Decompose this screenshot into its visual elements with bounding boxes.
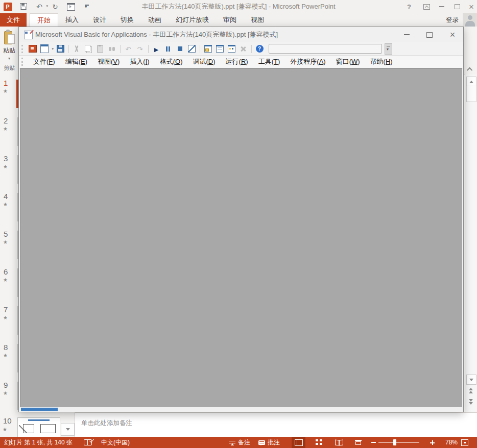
undo-icon[interactable] [124,44,133,54]
paste-button[interactable]: 粘贴 [0,28,18,61]
zoom-out-icon[interactable] [371,442,376,443]
run-icon[interactable] [152,44,161,54]
toolbar-status-field[interactable] [269,44,382,54]
slide-counter[interactable]: 幻灯片 第 1 张, 共 140 张 [4,437,73,448]
vba-menu-item[interactable]: 插入(I) [125,57,154,66]
toolbar-overflow-icon[interactable] [385,43,392,55]
vba-menu-item[interactable]: 帮助(H) [365,57,398,66]
vba-menu-item[interactable]: 文件(F) [28,57,60,66]
toolbar-separator[interactable] [200,45,200,53]
project-explorer-icon[interactable] [203,44,212,54]
vba-menu-item[interactable]: 窗口(W) [331,57,365,66]
slide-thumbnail-row[interactable]: 5 [0,226,18,263]
menubar-grip[interactable] [21,58,25,66]
paste-icon[interactable] [96,44,105,54]
vba-close-icon[interactable]: × [445,29,460,40]
slide-thumbnail-row[interactable]: 8 [0,339,18,377]
slide-thumbnail-row[interactable]: 1 [0,74,18,112]
vba-maximize-icon[interactable] [422,29,437,40]
toolbar-separator[interactable] [120,45,121,53]
toolbar-grip[interactable] [21,45,25,53]
scroll-down-icon[interactable] [466,375,476,385]
slide-thumbnail-row[interactable]: 4 [0,188,18,226]
break-icon[interactable] [163,44,173,54]
save-icon[interactable] [56,44,65,54]
main-scrollbar[interactable] [465,74,477,412]
ribbon-tab[interactable]: 设计 [86,13,113,27]
redo-icon[interactable] [135,44,145,54]
slide-thumbnail-row[interactable]: 6 [0,263,18,301]
zoom-slider-track[interactable] [378,442,419,443]
comments-toggle-button[interactable]: 批注 [258,437,280,448]
save-icon[interactable] [19,2,28,11]
slide-thumbnail-row[interactable]: 3 [0,150,18,188]
slideshow-view-button[interactable] [351,437,365,448]
view-powerpoint-icon[interactable] [28,44,37,54]
object-browser-icon[interactable] [227,44,236,54]
customize-qat-icon[interactable] [82,2,91,11]
reset-icon[interactable] [175,44,184,54]
powerpoint-logo-icon[interactable] [3,2,12,11]
maximize-icon[interactable] [449,0,465,13]
reading-view-button[interactable] [332,437,346,448]
start-slideshow-icon[interactable] [66,2,76,11]
tab-file[interactable]: 文件 [0,13,27,27]
previous-slide-icon[interactable] [469,388,473,393]
slide-sorter-view-button[interactable] [312,437,326,448]
vba-menu-item[interactable]: 编辑(E) [60,57,92,66]
slide-thumbnail-row[interactable]: 2 [0,112,18,150]
ribbon-tab[interactable]: 动画 [141,13,169,27]
vba-menu-item[interactable]: 工具(T) [253,57,285,66]
next-slide-icon[interactable] [469,399,473,405]
paste-dropdown-icon[interactable] [0,55,18,61]
slide-10-thumbnail[interactable] [17,417,60,438]
spell-check-icon[interactable] [84,439,92,445]
slide-thumbnail-row[interactable]: 7 [0,301,18,339]
close-icon[interactable]: × [464,0,477,13]
user-avatar-icon[interactable] [463,13,477,27]
toolbar-separator[interactable] [148,45,149,53]
scrollbar-thumb[interactable] [466,86,476,102]
toolbar-separator[interactable] [68,45,69,53]
notes-pane[interactable]: 单击此处添加备注 [75,412,477,437]
scroll-up-icon[interactable] [466,77,476,87]
minimize-icon[interactable] [434,0,449,13]
ribbon-tab[interactable]: 幻灯片放映 [169,13,216,27]
ribbon-display-options-icon[interactable] [419,0,434,13]
thumbnail-scroll-down-icon[interactable] [61,423,75,436]
collapse-ribbon-icon[interactable] [467,66,474,72]
ribbon-tab[interactable]: 插入 [58,13,86,27]
ribbon-tab[interactable]: 审阅 [216,13,244,27]
sign-in-link[interactable]: 登录 [446,13,459,27]
vba-menu-item[interactable]: 运行(R) [221,57,253,66]
help-icon[interactable]: ? [401,0,417,13]
slide-thumbnail-row[interactable]: 9 [0,377,18,414]
vba-menu-item[interactable]: 调试(D) [187,57,220,66]
vba-minimize-icon[interactable] [399,29,414,40]
vba-title-bar[interactable]: Microsoft Visual Basic for Applications … [19,27,463,42]
copy-icon[interactable] [84,44,93,54]
ribbon-tab[interactable]: 视图 [244,13,271,27]
fit-to-window-icon[interactable] [461,439,468,446]
properties-window-icon[interactable] [215,44,224,54]
zoom-in-icon[interactable] [430,440,435,445]
ribbon-tab[interactable]: 切换 [113,13,141,27]
vba-menu-item[interactable]: 外接程序(A) [285,57,330,66]
zoom-slider-thumb[interactable] [393,439,396,445]
normal-view-button[interactable] [292,437,305,448]
notes-toggle-button[interactable]: 备注 [229,437,250,448]
find-icon[interactable] [107,44,116,54]
ribbon-tab[interactable]: 开始 [30,13,58,27]
vba-menu-item[interactable]: 视图(V) [92,57,125,66]
design-mode-icon[interactable] [187,44,196,54]
undo-icon[interactable] [35,2,44,11]
toolbox-icon[interactable] [238,44,248,54]
redo-icon[interactable] [51,2,60,11]
cut-icon[interactable] [72,44,81,54]
toolbar-separator[interactable] [251,45,252,53]
help-icon[interactable] [255,44,264,54]
insert-userform-icon[interactable] [40,44,49,54]
vba-menu-item[interactable]: 格式(O) [155,57,188,66]
language-indicator[interactable]: 中文(中国) [101,437,130,448]
zoom-level[interactable]: 78% [438,437,458,448]
